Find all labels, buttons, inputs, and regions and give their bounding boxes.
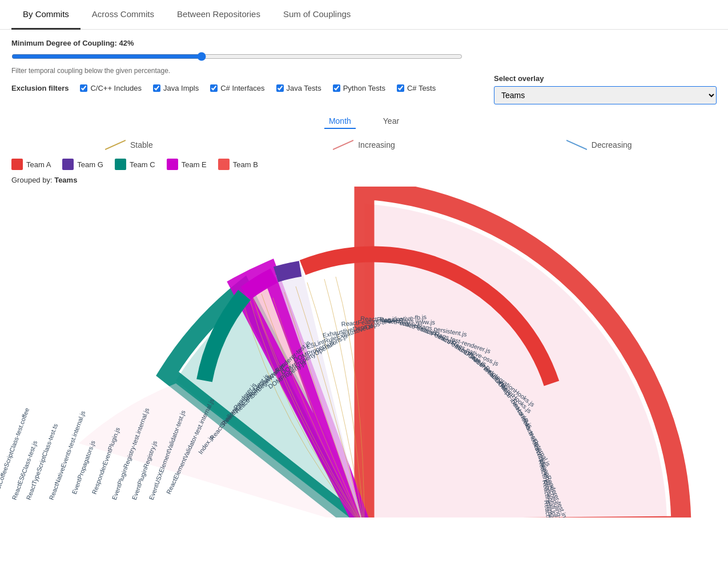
trend-decreasing: Decreasing (481, 139, 717, 151)
svg-line-0 (105, 140, 126, 149)
tab-month[interactable]: Month (324, 114, 356, 129)
tab-across-commits[interactable]: Across Commits (81, 0, 166, 30)
coupling-label: Minimum Degree of Coupling: 42% (11, 39, 717, 47)
tab-by-commits[interactable]: By Commits (11, 0, 81, 30)
tab-sum-couplings[interactable]: Sum of Couplings (272, 0, 362, 30)
legend-team-g: Team G (62, 159, 103, 170)
legend-label-team-b: Team B (233, 160, 258, 169)
overlay-select[interactable]: Teams None (494, 86, 717, 104)
trend-decreasing-label: Decreasing (592, 140, 632, 149)
legend-swatch-team-g (62, 159, 74, 170)
legend-team-a: Team A (11, 159, 51, 170)
slider-container (11, 52, 717, 63)
trend-stable: Stable (11, 139, 247, 151)
legend-label-team-a: Team A (26, 160, 51, 169)
legend-swatch-team-a (11, 159, 23, 170)
arc-chart: ReactNativeEvents-test.internal.js Event… (0, 187, 728, 517)
legend-team-b: Team B (218, 159, 258, 170)
legend-team-c: Team C (115, 159, 155, 170)
coupling-slider[interactable] (11, 52, 462, 61)
filter-java-tests[interactable]: Java Tests (276, 84, 321, 92)
filter-java-impls[interactable]: Java Impls (153, 84, 199, 92)
svg-line-1 (333, 140, 353, 149)
legend-swatch-team-c (115, 159, 126, 170)
filter-hint: Filter temporal coupling below the given… (11, 67, 717, 75)
filter-python-tests[interactable]: Python Tests (333, 84, 385, 92)
exclusion-label: Exclusion filters (11, 84, 69, 92)
legend-swatch-team-e (167, 159, 178, 170)
filter-csharp-interfaces[interactable]: C# Interfaces (210, 84, 264, 92)
legend-team-e: Team E (167, 159, 207, 170)
tabs-container: By Commits Across Commits Between Reposi… (0, 0, 728, 30)
trend-labels: Stable Increasing Decreasing (0, 135, 728, 155)
overlay-panel: Select overlay Teams None (494, 74, 717, 104)
tab-year[interactable]: Year (379, 114, 404, 129)
svg-line-2 (566, 140, 587, 149)
chart-area: ReactNativeEvents-test.internal.js Event… (0, 187, 728, 517)
trend-stable-label: Stable (130, 140, 153, 149)
grouped-by: Grouped by: Teams (0, 175, 728, 187)
overlay-label: Select overlay (494, 74, 717, 83)
tab-between-repos[interactable]: Between Repositories (166, 0, 272, 30)
filter-csharp-tests[interactable]: C# Tests (397, 84, 436, 92)
legend: Team A Team G Team C Team E Team B (0, 155, 728, 175)
legend-label-team-e: Team E (182, 160, 207, 169)
time-tabs: Month Year (0, 108, 728, 135)
legend-label-team-c: Team C (130, 160, 155, 169)
trend-increasing-label: Increasing (358, 140, 395, 149)
trend-increasing: Increasing (247, 139, 482, 151)
legend-swatch-team-b (218, 159, 230, 170)
filter-cpp-includes[interactable]: C/C++ Includes (80, 84, 142, 92)
tab-bar: By Commits Across Commits Between Reposi… (0, 0, 728, 30)
legend-label-team-g: Team G (77, 160, 103, 169)
coupling-value: 42% (119, 39, 134, 47)
